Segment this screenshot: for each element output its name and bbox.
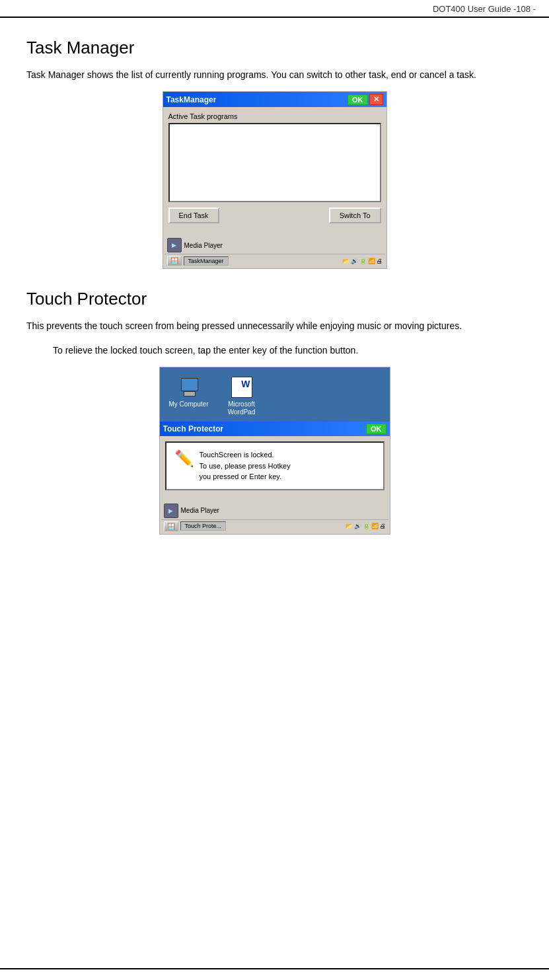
tp-titlebar-buttons: OK: [366, 424, 386, 434]
tm-taskbar-area: ▶ Media Player 🪟 TaskManager 📂 🔊 🔋 📶 🖨: [163, 235, 386, 268]
tm-titlebar-buttons: OK ✕: [348, 94, 383, 105]
task-manager-screenshot-container: TaskManager OK ✕ Active Task programs En…: [26, 91, 523, 269]
tp-desktop: My Computer Microsoft WordPad: [160, 367, 390, 422]
tp-wordpad-icon-img: [230, 377, 254, 398]
tray-icon-4: 📶: [368, 258, 375, 264]
tray-icon-1: 📂: [342, 258, 349, 264]
tm-icon-row: ▶ Media Player: [165, 238, 385, 252]
tm-window-title: TaskManager: [166, 95, 217, 104]
tm-media-player-label: Media Player: [184, 242, 223, 249]
tp-tray-icon-1: 📂: [346, 523, 353, 529]
tm-end-task-button[interactable]: End Task: [168, 207, 219, 223]
tp-wordpad-icon: Microsoft WordPad: [222, 377, 262, 416]
tray-icon-2: 🔊: [351, 258, 358, 264]
tp-ok-button[interactable]: OK: [366, 424, 386, 434]
tp-window-title: Touch Protector: [163, 424, 224, 433]
touch-protector-title: Touch Protector: [26, 289, 523, 309]
tm-titlebar: TaskManager OK ✕: [163, 92, 386, 107]
tp-my-computer-icon: My Computer: [169, 377, 209, 408]
tp-icon-row: ▶ Media Player: [161, 504, 388, 518]
page-footer: [0, 968, 549, 980]
tm-buttons-row: End Task Switch To: [168, 207, 381, 223]
tp-media-player-label: Media Player: [181, 507, 219, 514]
tp-icon-area: ▶ Media Player 🪟 Touch Prote... 📂 🔊 🔋 📶 …: [160, 501, 390, 534]
tm-taskbar: 🪟 TaskManager 📂 🔊 🔋 📶 🖨: [165, 254, 385, 267]
touch-protector-screenshot-container: My Computer Microsoft WordPad Touch Prot…: [26, 367, 523, 535]
tray-icon-3: 🔋: [359, 258, 367, 264]
tm-list-label: Active Task programs: [168, 112, 381, 120]
tm-body: Active Task programs End Task Switch To: [163, 107, 386, 235]
task-manager-screenshot: TaskManager OK ✕ Active Task programs En…: [163, 91, 387, 269]
tp-taskbar: 🪟 Touch Prote... 📂 🔊 🔋 📶 🖨: [161, 519, 388, 533]
tp-windows-flag-icon: 🪟: [167, 523, 175, 530]
tm-taskbar-item[interactable]: TaskManager: [184, 256, 229, 266]
tp-media-player-icon: ▶: [164, 504, 178, 518]
task-manager-title: Task Manager: [26, 38, 523, 58]
tp-start-button[interactable]: 🪟: [164, 521, 178, 531]
tp-titlebar: Touch Protector OK: [160, 422, 390, 436]
tp-tray-icon-2: 🔊: [354, 523, 361, 529]
tm-tray: 📂 🔊 🔋 📶 🖨: [342, 258, 383, 264]
tp-computer-label: My Computer: [169, 400, 209, 408]
tp-pencil-icon: ✏️: [174, 449, 194, 468]
page-content: Task Manager Task Manager shows the list…: [0, 18, 549, 581]
tm-switch-to-button[interactable]: Switch To: [329, 207, 381, 223]
header-title: DOT400 User Guide -108 -: [433, 4, 536, 14]
tray-icon-5: 🖨: [377, 258, 383, 264]
tp-body: ✏️ TouchScreen is locked. To use, please…: [160, 436, 390, 501]
task-manager-description: Task Manager shows the list of currently…: [26, 67, 523, 82]
tp-tray: 📂 🔊 🔋 📶 🖨: [346, 523, 386, 529]
wordpad-icon: [231, 377, 252, 398]
tm-ok-button[interactable]: OK: [348, 94, 368, 105]
tp-message-box: ✏️ TouchScreen is locked. To use, please…: [165, 441, 384, 490]
tm-close-button[interactable]: ✕: [369, 94, 383, 105]
touch-protector-screenshot: My Computer Microsoft WordPad Touch Prot…: [159, 367, 390, 535]
tp-computer-icon-img: [177, 377, 201, 398]
tm-start-button[interactable]: 🪟: [167, 256, 182, 266]
touch-protector-description: This prevents the touch screen from bein…: [26, 319, 523, 333]
tm-task-list[interactable]: [168, 123, 381, 202]
tp-tray-icon-3: 🔋: [363, 523, 370, 529]
tm-media-player-icon: ▶: [167, 238, 182, 252]
computer-icon: [178, 378, 200, 396]
touch-protector-instruction: To relieve the locked touch screen, tap …: [53, 343, 523, 358]
tp-wordpad-label: Microsoft WordPad: [222, 400, 262, 416]
windows-flag-icon: 🪟: [170, 257, 178, 264]
tp-taskbar-item[interactable]: Touch Prote...: [180, 521, 227, 531]
tp-tray-icon-5: 🖨: [380, 523, 386, 529]
tp-message-text: TouchScreen is locked. To use, please pr…: [200, 449, 291, 482]
page-header: DOT400 User Guide -108 -: [0, 0, 549, 18]
tp-tray-icon-4: 📶: [371, 523, 379, 529]
